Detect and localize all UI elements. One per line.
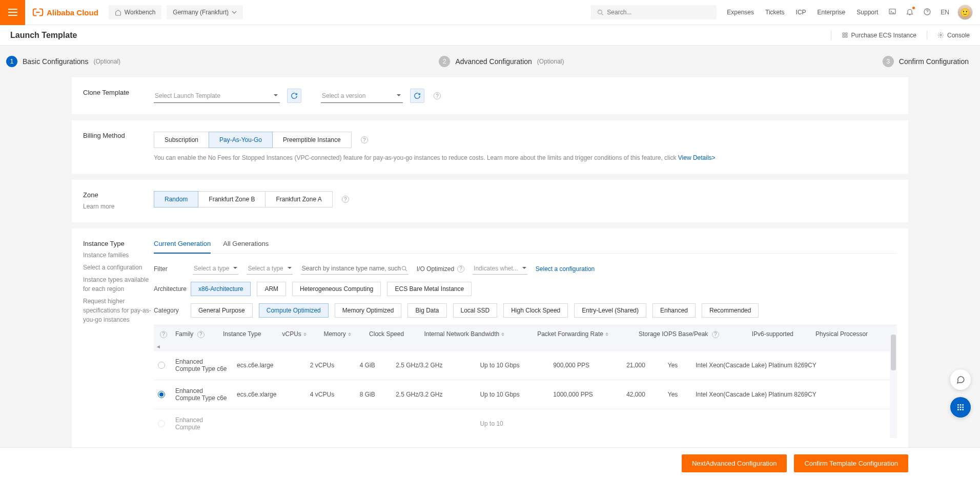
family-help-icon[interactable]: ? — [197, 331, 205, 338]
nav-tickets[interactable]: Tickets — [765, 9, 785, 16]
sort-memory[interactable] — [348, 331, 351, 338]
svg-rect-13 — [960, 407, 962, 408]
instance-table: ? Family ? Instance Type vCPUs Memory Cl… — [154, 325, 897, 343]
iops-help-icon[interactable]: ? — [712, 331, 719, 338]
cat-recommended[interactable]: Recommended — [702, 303, 759, 318]
select-launch-template[interactable]: Select Launch Template — [154, 89, 280, 103]
sort-pps[interactable] — [605, 331, 608, 338]
billing-payg[interactable]: Pay-As-You-Go — [209, 132, 273, 148]
svg-rect-12 — [957, 407, 959, 408]
tab-all-gen[interactable]: All Generations — [223, 240, 269, 254]
svg-point-7 — [940, 34, 942, 36]
top-icons: EN — [888, 8, 949, 17]
logo[interactable]: Alibaba Cloud — [32, 7, 98, 18]
svg-rect-17 — [962, 409, 964, 410]
workbench-button[interactable]: Workbench — [109, 5, 161, 19]
cat-highclock[interactable]: High Clock Speed — [503, 303, 568, 318]
ioopt-help-icon[interactable]: ? — [457, 265, 464, 273]
svg-rect-10 — [960, 404, 962, 406]
select-version[interactable]: Select a version — [321, 89, 403, 103]
panel-instance-type: Instance Type Instance families Select a… — [72, 228, 908, 449]
filter-memory[interactable]: Select a type — [247, 263, 292, 275]
cat-general[interactable]: General Purpose — [191, 303, 253, 318]
row-radio[interactable] — [158, 420, 165, 427]
table-help-icon[interactable]: ? — [160, 331, 167, 338]
nav-icp[interactable]: ICP — [796, 9, 806, 16]
row-radio[interactable] — [158, 391, 165, 398]
table-vscroll[interactable] — [890, 332, 897, 438]
zone-learn-more[interactable]: Learn more — [83, 202, 154, 211]
table-hscroll[interactable] — [154, 343, 897, 350]
billing-options: Subscription Pay-As-You-Go Preemptible I… — [154, 132, 352, 148]
panel-billing: Billing Method Subscription Pay-As-You-G… — [72, 120, 908, 174]
search-icon — [401, 265, 407, 272]
zone-random[interactable]: Random — [154, 191, 198, 207]
billing-help-icon[interactable]: ? — [361, 136, 368, 143]
filter-row: Filter Select a type Select a type I/O O… — [154, 263, 897, 275]
select-configuration-link[interactable]: Select a configuration — [536, 265, 595, 273]
cloudshell-icon[interactable] — [888, 8, 896, 17]
cat-bigdata[interactable]: Big Data — [407, 303, 446, 318]
svg-rect-4 — [845, 33, 847, 34]
arch-hetero[interactable]: Heterogeneous Computing — [292, 282, 381, 296]
io-optimized-label: I/O Optimized ? — [417, 265, 464, 273]
global-search-input[interactable] — [607, 9, 710, 16]
svg-rect-16 — [960, 409, 962, 410]
generation-tabs: Current Generation All Generations — [154, 240, 897, 254]
cat-localssd[interactable]: Local SSD — [453, 303, 498, 318]
confirm-button[interactable]: Confirm Template Configuration — [794, 454, 908, 472]
billing-view-details[interactable]: View Details> — [678, 154, 716, 161]
sort-vcpus[interactable] — [303, 331, 307, 338]
lang-switch[interactable]: EN — [941, 9, 949, 16]
main-menu-button[interactable] — [0, 0, 25, 25]
cat-enhanced[interactable]: Enhanced — [652, 303, 696, 318]
filter-search[interactable] — [301, 263, 409, 275]
tab-current-gen[interactable]: Current Generation — [154, 240, 211, 254]
apps-button[interactable] — [950, 397, 971, 418]
filter-search-input[interactable] — [302, 265, 401, 272]
step-basic[interactable]: 1 Basic Configurations (Optional) — [6, 56, 120, 67]
arch-x86[interactable]: x86-Architecture — [191, 282, 251, 296]
svg-rect-14 — [962, 407, 964, 408]
next-button[interactable]: NextAdvanced Configuration — [682, 454, 787, 472]
billing-subscription[interactable]: Subscription — [154, 132, 209, 148]
side-select-config[interactable]: Select a configuration — [83, 263, 154, 272]
cat-memory[interactable]: Memory Optimized — [335, 303, 402, 318]
row-radio[interactable] — [158, 362, 165, 369]
table-row[interactable]: Enhanced Compute Up to 10 — [154, 409, 897, 438]
sort-bw[interactable] — [501, 331, 504, 338]
billing-preemptible[interactable]: Preemptible Instance — [272, 132, 352, 148]
region-selector[interactable]: Germany (Frankfurt) — [167, 5, 243, 19]
cat-entry[interactable]: Entry-Level (Shared) — [574, 303, 646, 318]
side-types-region[interactable]: Instance types available for each region — [83, 275, 154, 294]
table-row[interactable]: Enhanced Compute Type c6e ecs.c6e.xlarge… — [154, 380, 897, 409]
nav-enterprise[interactable]: Enterprise — [818, 9, 846, 16]
table-row[interactable]: Enhanced Compute Type c6e ecs.c6e.large … — [154, 350, 897, 380]
help-icon[interactable] — [923, 8, 931, 17]
bell-icon[interactable] — [906, 8, 914, 17]
nav-support[interactable]: Support — [856, 9, 878, 16]
side-instance-families[interactable]: Instance families — [83, 251, 154, 260]
chat-button[interactable] — [950, 369, 971, 390]
zone-a[interactable]: Frankfurt Zone A — [265, 191, 332, 207]
subbar: Launch Template Purchase ECS Instance Co… — [0, 25, 980, 46]
svg-point-8 — [402, 266, 405, 269]
cat-compute[interactable]: Compute Optimized — [259, 303, 329, 318]
console-link[interactable]: Console — [937, 32, 970, 39]
clone-help-icon[interactable]: ? — [434, 92, 441, 99]
zone-b[interactable]: Frankfurt Zone B — [198, 191, 266, 207]
arch-arm[interactable]: ARM — [257, 282, 286, 296]
step-confirm[interactable]: 3 Confirm Configuration — [883, 56, 969, 67]
refresh-version-icon[interactable] — [410, 89, 424, 103]
arch-baremetal[interactable]: ECS Bare Metal Instance — [387, 282, 472, 296]
refresh-template-icon[interactable] — [287, 89, 301, 103]
step-advanced[interactable]: 2 Advanced Configuration (Optional) — [439, 56, 564, 67]
zone-help-icon[interactable]: ? — [342, 196, 349, 203]
side-request-higher[interactable]: Request higher specifications for pay-as… — [83, 297, 154, 324]
global-search[interactable] — [591, 5, 717, 19]
filter-indicates[interactable]: Indicates whet... — [473, 263, 527, 275]
user-avatar[interactable]: 🙂 — [957, 5, 973, 20]
purchase-ecs-link[interactable]: Purchase ECS Instance — [842, 32, 916, 39]
nav-expenses[interactable]: Expenses — [727, 9, 754, 16]
filter-vcpu[interactable]: Select a type — [193, 263, 238, 275]
